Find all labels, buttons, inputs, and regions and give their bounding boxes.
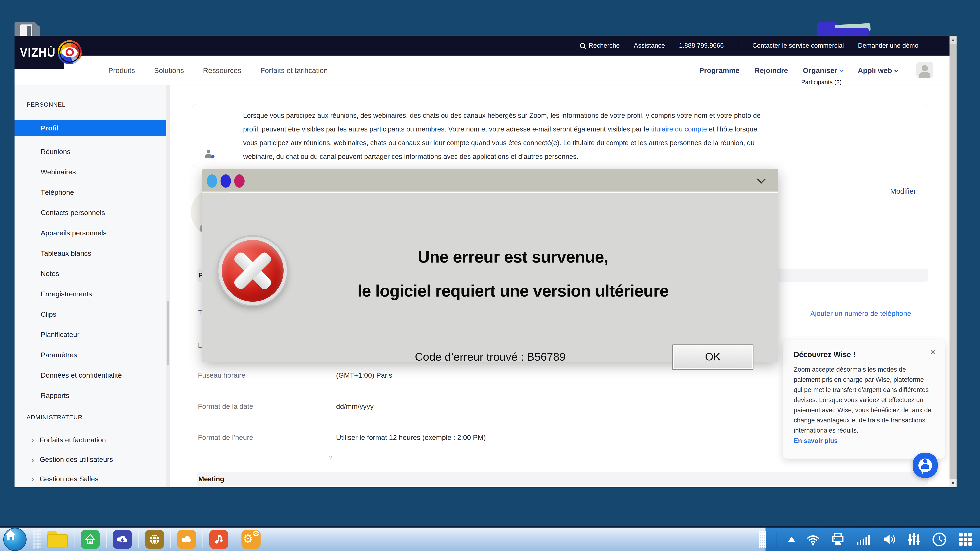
user-avatar[interactable] [916, 62, 933, 78]
hidden-field-fragment-l: L [198, 341, 202, 349]
nav-appli-web[interactable]: Appli web [858, 67, 898, 75]
logo-text: VIZHÙ [20, 45, 56, 59]
sidebar-item-rapports[interactable]: Rapports [14, 385, 170, 406]
sidebar-item-contacts-personnels[interactable]: Contacts personnels [14, 202, 170, 223]
equalizer-icon[interactable] [907, 532, 921, 547]
field-label-format-date: Format de la date [198, 402, 253, 410]
ok-button[interactable]: OK [672, 345, 754, 370]
wise-promo-panel: Découvrez Wise ! × Zoom accepte désormai… [783, 340, 945, 459]
logo[interactable]: VIZHÙ [14, 36, 64, 69]
error-message: Une erreur est survenue, le logiciel req… [264, 248, 762, 300]
sidebar-item-notes[interactable]: Notes [14, 264, 170, 284]
browser-window: ▲ ▼ Recherche Assistance 1.888.799.9666 … [14, 36, 956, 487]
printer-icon[interactable] [830, 532, 845, 547]
sidebar-item-enregistrements[interactable]: Enregistrements [14, 284, 170, 304]
privacy-notice-text: Lorsque vous participez aux réunions, de… [243, 109, 762, 164]
nav-rejoindre[interactable]: Rejoindre [754, 67, 788, 75]
wise-body: Zoom accepte désormais les modes de paie… [794, 364, 934, 435]
sidebar-scrollbar-thumb[interactable] [167, 301, 169, 365]
chevron-down-icon[interactable] [757, 175, 766, 184]
settings-gears-icon[interactable]: ⚙ ⚙ [242, 530, 261, 549]
sidebar-item-webinaires[interactable]: Webinaires [14, 162, 170, 182]
dialog-body: Une erreur est survenue, le logiciel req… [202, 193, 778, 362]
page-number: 2 [329, 454, 332, 462]
nav-ressources[interactable]: Ressources [203, 67, 241, 75]
window-dot-cyan-icon[interactable] [207, 175, 217, 188]
clock-icon[interactable] [931, 532, 947, 547]
taskbar: ⚙ ⚙ [0, 526, 980, 551]
contact-sales-link[interactable]: Contacter le service commercial [752, 42, 844, 49]
request-demo-link[interactable]: Demander une démo [858, 42, 918, 49]
phone-number[interactable]: 1.888.799.9666 [679, 42, 724, 49]
nav-produits[interactable]: Produits [108, 67, 135, 75]
nav-solutions[interactable]: Solutions [154, 67, 184, 75]
site-header: Recherche Assistance 1.888.799.9666 Cont… [14, 36, 950, 56]
sidebar-scrollbar[interactable] [166, 86, 170, 487]
nav-forfaits[interactable]: Forfaits et tarification [260, 67, 328, 75]
downloads-icon[interactable] [81, 530, 100, 549]
chevron-down-icon [840, 68, 843, 72]
desktop: ▲ ▼ Recherche Assistance 1.888.799.9666 … [0, 0, 980, 551]
window-dot-blue-icon[interactable] [221, 175, 231, 188]
modifier-link[interactable]: Modifier [890, 187, 916, 195]
window-dot-magenta-icon[interactable] [234, 175, 245, 188]
wise-learn-more-link[interactable]: En savoir plus [794, 437, 838, 445]
sidebar-item-donnees-confidentialite[interactable]: Données et confidentialité [14, 365, 170, 385]
field-value-format-date: dd/mm/yyyy [336, 402, 374, 410]
nav-organiser[interactable]: Organiser [803, 67, 843, 75]
field-label-fuseau-horaire: Fuseau horaire [198, 371, 245, 379]
media-player-icon[interactable] [209, 530, 228, 549]
desktop-folder-icon[interactable] [817, 22, 869, 38]
grip-handle-icon [33, 530, 41, 549]
assistance-link[interactable]: Assistance [634, 42, 665, 49]
floppy-slot [27, 26, 31, 36]
sidebar-item-gestion-utilisateurs[interactable]: Gestion des utilisateurs [14, 449, 170, 469]
page-scrollbar[interactable]: ▲ ▼ [950, 36, 956, 487]
cloud-upload-icon[interactable] [113, 530, 132, 549]
dialog-titlebar[interactable] [202, 169, 778, 192]
sidebar-item-appareils-personnels[interactable]: Appareils personnels [14, 223, 170, 243]
sidebar-item-telephone[interactable]: Téléphone [14, 182, 170, 202]
error-dialog: Une erreur est survenue, le logiciel req… [202, 169, 778, 362]
add-phone-link[interactable]: Ajouter un numéro de téléphone [810, 310, 911, 318]
taskbar-folder-icon[interactable] [47, 531, 68, 548]
sidebar-item-planificateur[interactable]: Planificateur [14, 324, 170, 345]
scroll-down-button[interactable]: ▼ [950, 479, 956, 487]
meeting-section-band: Meeting [197, 472, 928, 486]
sidebar-item-parametres[interactable]: Paramètres [14, 345, 170, 365]
participants-label: Participants (2) [798, 78, 845, 88]
wise-title: Découvrez Wise ! [794, 350, 934, 359]
chevron-right-icon [31, 439, 34, 443]
close-icon[interactable]: × [930, 348, 935, 357]
profile-content: Lorsque vous participez aux réunions, de… [170, 86, 950, 487]
search-label: Recherche [589, 42, 620, 49]
search-link[interactable]: Recherche [580, 42, 620, 49]
chevron-right-icon [31, 478, 34, 481]
volume-icon[interactable] [882, 532, 897, 547]
chevron-down-icon [894, 68, 898, 72]
sidebar-section-administrateur: ADMINISTRATEUR [27, 414, 83, 421]
account-owner-link[interactable]: titulaire du compte [651, 125, 707, 133]
signal-bars-icon[interactable] [856, 533, 871, 546]
sidebar-item-forfaits-facturation[interactable]: Forfaits et facturation [14, 430, 170, 449]
privacy-notice-card: Lorsque vous participez aux réunions, de… [193, 104, 927, 168]
sidebar-item-profil[interactable]: Profil [14, 120, 170, 136]
field-value-format-heure: Utiliser le format 12 heures (exemple : … [336, 433, 486, 441]
cloud-storage-icon[interactable] [177, 530, 196, 549]
tray-strip-icon[interactable] [759, 531, 766, 548]
expand-tray-icon[interactable] [788, 537, 795, 542]
header-divider [738, 41, 738, 50]
sidebar-item-tableaux-blancs[interactable]: Tableaux blancs [14, 243, 170, 264]
sidebar-item-clips[interactable]: Clips [14, 304, 170, 324]
field-label-format-heure: Format de l’heure [198, 433, 253, 441]
home-button-icon[interactable] [3, 528, 27, 551]
web-globe-icon[interactable] [145, 530, 164, 549]
sidebar-item-reunions[interactable]: Réunions [14, 141, 170, 162]
sidebar-item-gestion-salles[interactable]: Gestion des Salles [14, 469, 170, 489]
nav-programme[interactable]: Programme [699, 67, 740, 75]
support-chat-button[interactable] [913, 453, 938, 478]
chevron-right-icon [31, 459, 34, 462]
app-grid-icon[interactable] [958, 532, 973, 547]
scroll-up-button[interactable]: ▲ [950, 36, 956, 44]
wifi-icon[interactable] [806, 532, 820, 546]
